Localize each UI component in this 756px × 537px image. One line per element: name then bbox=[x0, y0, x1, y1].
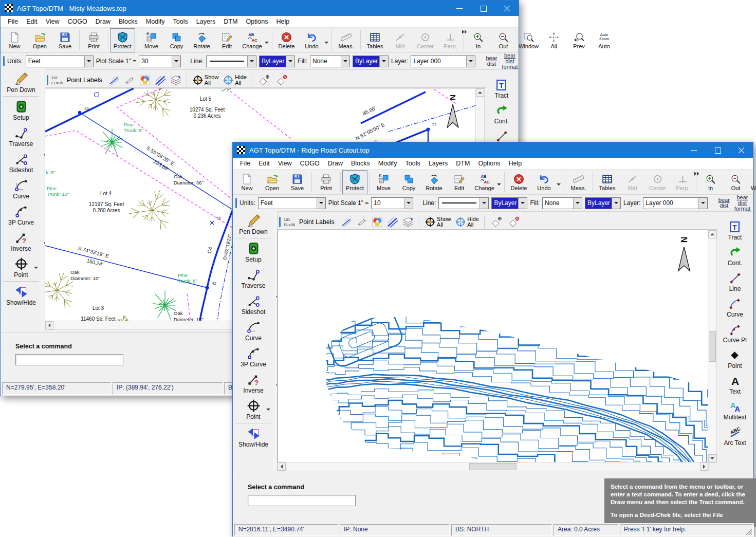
measure-button[interactable]: Meas. bbox=[566, 170, 591, 194]
protect-button[interactable]: Protect bbox=[110, 28, 135, 52]
vertical-scrollbar[interactable] bbox=[708, 230, 717, 463]
copy-button[interactable]: Copy bbox=[396, 170, 421, 194]
menu-item-5[interactable]: Blocks bbox=[347, 158, 374, 169]
inverse[interactable]: Inverse bbox=[233, 370, 273, 396]
center-snap-button[interactable]: Center bbox=[645, 170, 670, 194]
menu-item-6[interactable]: Modify bbox=[142, 16, 169, 27]
menu-item-2[interactable]: View bbox=[274, 158, 296, 169]
point[interactable]: Point bbox=[1, 254, 41, 281]
toolbar-grip[interactable] bbox=[235, 198, 237, 208]
show-all-button[interactable]: Show All bbox=[423, 216, 452, 228]
menu-item-8[interactable]: Layers bbox=[192, 16, 220, 27]
drawing-canvas[interactable] bbox=[277, 230, 709, 463]
menu-item-9[interactable]: DTM bbox=[452, 158, 474, 169]
auto-zoom-button[interactable]: Auto ZoomAuto bbox=[592, 28, 617, 52]
color-palette-button[interactable] bbox=[138, 74, 152, 86]
menu-item-1[interactable]: Edit bbox=[254, 158, 274, 169]
print-button[interactable]: Print bbox=[314, 170, 339, 194]
symbol-hidden-button[interactable] bbox=[506, 216, 522, 228]
command-input[interactable] bbox=[15, 354, 123, 365]
point-label-sample-icon[interactable] bbox=[283, 216, 296, 228]
layers-stack-button[interactable] bbox=[401, 216, 415, 228]
line-style-combo[interactable] bbox=[206, 55, 256, 67]
change-button[interactable]: Change bbox=[239, 28, 265, 52]
3p-curve[interactable]: 3P Curve bbox=[233, 344, 273, 370]
continue-tool[interactable]: Cont. bbox=[728, 244, 743, 269]
line-style-combo[interactable] bbox=[438, 197, 489, 209]
zoom-all-button[interactable]: All bbox=[541, 28, 566, 52]
layer-combo[interactable]: Layer 000 bbox=[411, 55, 475, 67]
maximize-button[interactable] bbox=[471, 1, 495, 16]
curve-tool[interactable]: Curve bbox=[727, 295, 743, 321]
mid-snap-button[interactable]: Mid bbox=[620, 170, 645, 194]
bear-dist-link[interactable]: beardist bbox=[486, 55, 497, 67]
3p-curve[interactable]: 3P Curve bbox=[1, 202, 41, 228]
zoom-out-button[interactable]: Out bbox=[491, 28, 516, 52]
undo-button[interactable]: Undo bbox=[531, 170, 557, 194]
command-input[interactable] bbox=[248, 495, 356, 506]
copy-button[interactable]: Copy bbox=[164, 28, 189, 52]
menu-item-6[interactable]: Modify bbox=[374, 158, 401, 169]
menu-item-11[interactable]: Help bbox=[272, 16, 294, 27]
units-combo[interactable]: Feet bbox=[258, 197, 326, 209]
menu-item-1[interactable]: Edit bbox=[22, 16, 42, 27]
show-hide[interactable]: Show/Hide bbox=[1, 282, 41, 308]
sideshot[interactable]: Sideshot bbox=[233, 291, 273, 318]
menu-item-9[interactable]: DTM bbox=[219, 16, 242, 27]
zoom-out-button[interactable]: Out bbox=[723, 170, 748, 194]
menu-item-5[interactable]: Blocks bbox=[115, 16, 142, 27]
layer-combo[interactable]: Layer 000 bbox=[643, 197, 708, 209]
parallel-lines-button[interactable] bbox=[355, 216, 368, 228]
toolbar-grip[interactable] bbox=[3, 56, 5, 66]
traverse[interactable]: Traverse bbox=[1, 123, 41, 150]
line-weight-button[interactable] bbox=[386, 216, 399, 228]
line-tool[interactable]: Line bbox=[729, 269, 742, 295]
curve-pt-tool[interactable]: Curve Pt bbox=[723, 321, 747, 346]
menu-item-4[interactable]: Draw bbox=[91, 16, 115, 27]
open-button[interactable]: Open bbox=[27, 28, 52, 52]
pen-down[interactable]: Pen Down bbox=[233, 211, 273, 237]
menu-item-2[interactable]: View bbox=[42, 16, 64, 27]
close-button[interactable] bbox=[495, 1, 519, 16]
zoom-window-button[interactable]: Window bbox=[748, 170, 756, 194]
close-button[interactable] bbox=[729, 142, 753, 158]
zoom-window-button[interactable]: Window bbox=[516, 28, 541, 52]
horizontal-scrollbar[interactable] bbox=[277, 462, 709, 471]
mid-snap-button[interactable]: Mid bbox=[388, 28, 413, 52]
rotate-button[interactable]: Rotate bbox=[421, 170, 447, 194]
tables-button[interactable]: Tables bbox=[595, 170, 620, 194]
menu-item-0[interactable]: File bbox=[4, 16, 22, 27]
minimize-button[interactable] bbox=[682, 142, 706, 158]
menu-item-7[interactable]: Tools bbox=[169, 16, 192, 27]
protect-button[interactable]: Protect bbox=[342, 170, 367, 194]
delete-button[interactable]: Delete bbox=[274, 28, 299, 52]
inverse[interactable]: Inverse bbox=[1, 228, 41, 254]
edit-button[interactable]: Edit bbox=[447, 170, 472, 194]
toolbar-grip[interactable] bbox=[47, 75, 48, 85]
plot-scale-combo[interactable]: 10 bbox=[371, 197, 413, 209]
show-hide[interactable]: Show/Hide bbox=[233, 424, 273, 450]
parallel-lines-button[interactable] bbox=[123, 74, 136, 86]
menu-item-0[interactable]: File bbox=[236, 158, 254, 169]
menu-item-8[interactable]: Layers bbox=[425, 158, 452, 169]
show-all-button[interactable]: Show All bbox=[191, 74, 220, 86]
edit-button[interactable]: Edit bbox=[214, 28, 239, 52]
bear-dist-format-link[interactable]: bear distformat bbox=[502, 53, 518, 70]
sideshot[interactable]: Sideshot bbox=[1, 150, 41, 176]
fill-color-combo[interactable]: ByLayer bbox=[353, 55, 389, 67]
traverse[interactable]: Traverse bbox=[233, 265, 273, 291]
measure-button[interactable]: Meas. bbox=[334, 28, 359, 52]
minimize-button[interactable] bbox=[448, 1, 471, 16]
undo-button[interactable]: Undo bbox=[299, 28, 324, 52]
move-button[interactable]: Move bbox=[139, 28, 164, 52]
symbol-hidden-button[interactable] bbox=[274, 74, 289, 86]
text-tool[interactable]: Text bbox=[729, 372, 742, 398]
toolbar-grip[interactable] bbox=[279, 217, 281, 227]
line-color-combo[interactable]: ByLayer bbox=[259, 55, 295, 67]
menu-item-7[interactable]: Tools bbox=[401, 158, 425, 169]
curve[interactable]: Curve bbox=[1, 176, 41, 202]
line-color-combo[interactable]: ByLayer bbox=[491, 197, 527, 209]
menu-item-3[interactable]: COGO bbox=[64, 16, 91, 27]
maximize-button[interactable] bbox=[706, 142, 729, 158]
bear-dist-link[interactable]: beardist bbox=[718, 197, 730, 209]
